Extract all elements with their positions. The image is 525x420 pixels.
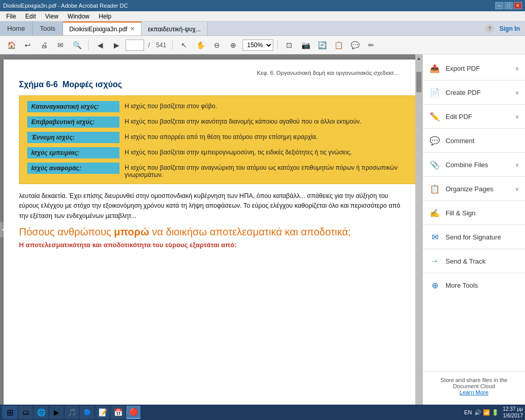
tab-pdf1-close[interactable]: ✕ xyxy=(130,26,135,32)
forms-button[interactable]: 📋 xyxy=(331,38,346,52)
scroll-thumb[interactable] xyxy=(416,72,421,92)
send-track-label: Send & Track xyxy=(446,257,519,265)
sidebar-tool-create-pdf[interactable]: 📄 Create PDF ∨ xyxy=(423,83,525,102)
right-sidebar: 📤 Export PDF ∧ 📄 Create PDF ∨ ✏️ Edit PD… xyxy=(422,54,525,405)
zoom-in-button[interactable]: ⊕ xyxy=(226,38,240,52)
prev-page-button[interactable]: ◀ xyxy=(93,38,107,52)
minimize-button[interactable]: ─ xyxy=(495,2,503,9)
taskbar-item-media[interactable]: ▶ xyxy=(49,406,64,419)
learn-more-link[interactable]: Learn More xyxy=(429,389,519,395)
cursor-tool[interactable]: ↖ xyxy=(177,38,191,52)
sign-in-button[interactable]: Sign In xyxy=(499,25,520,32)
section-heading-normal: Πόσους ανθρώπους xyxy=(19,226,114,237)
print-button[interactable]: 🖨 xyxy=(37,38,51,52)
menu-window[interactable]: Window xyxy=(64,12,94,21)
tab-home[interactable]: Home xyxy=(0,22,33,35)
zoom-select[interactable]: 150% 100% 75% 200% xyxy=(243,39,273,51)
taskbar-item-chrome[interactable]: 🔵 xyxy=(80,406,94,419)
edit-pdf-arrow: ∨ xyxy=(515,114,519,119)
sidebar-tool-fill-sign[interactable]: ✍ Fill & Sign xyxy=(423,203,525,223)
sidebar-tool-combine[interactable]: 📎 Combine Files ∨ xyxy=(423,155,525,174)
zoom-out-button[interactable]: ⊖ xyxy=(210,38,224,52)
tab-pdf1[interactable]: DioikisiEpixigia3n.pdf ✕ xyxy=(63,22,142,35)
tab-right-actions: ? Sign In xyxy=(480,22,525,35)
taskbar-tray: EN 🔊 📶 🔋 xyxy=(461,409,501,416)
tab-bar: Home Tools DioikisiEpixigia3n.pdf ✕ εκπα… xyxy=(0,22,525,36)
page-input[interactable]: 197 xyxy=(126,39,144,51)
power-label-1: Επιβραβευτική ισχύς: xyxy=(27,116,119,128)
power-label-0: Καταναγκαστική ισχύς: xyxy=(27,101,119,112)
app-title: DioikisiEpixigia3n.pdf - Adobe Acrobat R… xyxy=(3,3,128,9)
help-icon[interactable]: ? xyxy=(485,24,494,33)
tab-spacer xyxy=(208,22,480,35)
rotate-button[interactable]: 🔄 xyxy=(315,38,329,52)
highlight-tool[interactable]: ✏ xyxy=(364,38,378,52)
scroll-up-arrow[interactable]: ▲ xyxy=(415,54,422,62)
sidebar-tool-send-signature[interactable]: ✉ Send for Signature xyxy=(423,227,525,247)
sidebar-tool-organize[interactable]: 📋 Organize Pages ∨ xyxy=(423,179,525,198)
email-button[interactable]: ✉ xyxy=(53,38,68,52)
maximize-button[interactable]: □ xyxy=(504,2,513,9)
create-pdf-icon: 📄 xyxy=(429,87,440,98)
search-button[interactable]: 🔍 xyxy=(70,38,84,52)
taskbar-item-acrobat[interactable]: 🔴 xyxy=(126,406,140,419)
taskbar-item-ie[interactable]: 🌐 xyxy=(34,406,48,419)
tray-lang: EN xyxy=(464,409,472,415)
power-row-0: Καταναγκαστική ισχύς: Η ισχύς που βασίζε… xyxy=(27,101,411,112)
taskbar-item-calendar[interactable]: 📅 xyxy=(111,406,125,419)
sidebar-bottom-text: Store and share files in the Document Cl… xyxy=(429,377,519,389)
divider-6 xyxy=(423,201,525,201)
power-desc-3: Η ισχύς που βασίζεται στην εμπειρογνωμοσ… xyxy=(125,147,411,156)
page-separator: / xyxy=(146,42,152,49)
power-row-1: Επιβραβευτική ισχύς: Η ισχύς που βασίζετ… xyxy=(27,116,411,128)
fit-page-button[interactable]: ⊡ xyxy=(282,38,296,52)
organize-label: Organize Pages xyxy=(446,185,510,193)
sidebar-tool-comment[interactable]: 💬 Comment xyxy=(423,131,525,150)
title-bar-controls: ─ □ ✕ xyxy=(495,2,522,9)
comment-icon: 💬 xyxy=(429,135,440,146)
edit-pdf-icon: ✏️ xyxy=(429,111,440,122)
taskbar-item-office[interactable]: 📝 xyxy=(95,406,110,419)
back-button[interactable]: 🏠 xyxy=(4,38,18,52)
menu-file[interactable]: File xyxy=(2,12,20,21)
sidebar-tool-send-track[interactable]: → Send & Track xyxy=(423,251,525,271)
pdf-scrollbar[interactable]: ▲ xyxy=(415,54,422,405)
combine-arrow: ∨ xyxy=(515,162,519,168)
divider-2 xyxy=(423,104,525,105)
forward-button[interactable]: ↩ xyxy=(21,38,35,52)
menu-help[interactable]: Help xyxy=(95,12,116,21)
power-desc-1: Η ισχύς που βασίζεται στην ικανότητα δια… xyxy=(125,116,411,125)
comment-tool[interactable]: 💬 xyxy=(348,38,362,52)
divider-1 xyxy=(423,80,525,81)
menu-edit[interactable]: Edit xyxy=(21,12,40,21)
tab-pdf2[interactable]: εκπαιδευτική-ψυχ... xyxy=(142,22,207,35)
taskbar-item-music[interactable]: 🎵 xyxy=(65,406,79,419)
sidebar-tool-more-tools[interactable]: ⊕ More Tools xyxy=(423,275,525,295)
divider-7 xyxy=(423,225,525,225)
send-sig-label: Send for Signature xyxy=(446,233,519,241)
combine-label: Combine Files xyxy=(446,161,510,169)
chapter-title: Σχήμα 6-6 Μορφές ισχύος xyxy=(19,80,403,89)
menu-view[interactable]: View xyxy=(41,12,63,21)
send-track-icon: → xyxy=(429,255,440,267)
section-heading-end: να διοικήσω αποτελεσματικά και αποδοτικά… xyxy=(149,226,351,237)
start-button[interactable]: ⊞ xyxy=(2,406,17,419)
tab-pdf1-label: DioikisiEpixigia3n.pdf xyxy=(69,26,127,33)
body-text: λευταία δεκαετία. Έχει επίσης διευρυνθεί… xyxy=(19,191,403,221)
send-sig-icon: ✉ xyxy=(429,231,440,243)
page-header: Κεφ. 6: Οργανωσιακή δομή και οργανωσιακό… xyxy=(19,70,403,76)
sidebar-tool-export-pdf[interactable]: 📤 Export PDF ∧ xyxy=(423,58,525,78)
snapshot-button[interactable]: 📷 xyxy=(298,38,313,52)
tab-pdf2-label: εκπαιδευτική-ψυχ... xyxy=(148,26,200,33)
taskbar-item-files[interactable]: 🗂 xyxy=(18,406,33,419)
fill-sign-icon: ✍ xyxy=(429,207,440,218)
comment-label: Comment xyxy=(446,137,519,145)
sidebar-tool-edit-pdf[interactable]: ✏️ Edit PDF ∨ xyxy=(423,107,525,126)
next-page-button[interactable]: ▶ xyxy=(109,38,124,52)
close-button[interactable]: ✕ xyxy=(514,2,522,9)
power-desc-2: Η ισχύς που απορρέει από τη θέση του ατό… xyxy=(125,132,411,141)
organize-arrow: ∨ xyxy=(515,186,519,192)
hand-tool[interactable]: ✋ xyxy=(193,38,208,52)
tab-tools[interactable]: Tools xyxy=(33,22,63,35)
more-tools-icon: ⊕ xyxy=(429,279,440,291)
